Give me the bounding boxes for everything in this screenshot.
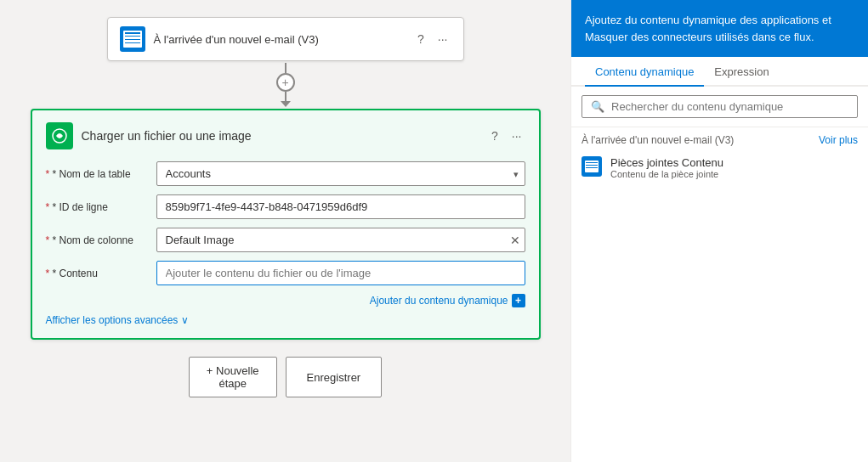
add-dynamic-label: Ajouter du contenu dynamique <box>370 295 508 307</box>
tab-expression-label: Expression <box>714 65 769 78</box>
panel-item-icon-0 <box>582 156 602 177</box>
content-input[interactable] <box>156 261 525 285</box>
column-name-clear-button[interactable]: ✕ <box>510 234 520 246</box>
trigger-actions: ? ··· <box>414 31 451 48</box>
column-name-field-row: * * Nom de colonne ✕ <box>46 228 525 252</box>
plus-icon: + <box>281 76 288 89</box>
trigger-app-icon <box>120 26 145 52</box>
row-id-input-wrapper <box>156 194 525 219</box>
panel-tabs: Contenu dynamique Expression <box>571 57 868 87</box>
tab-dynamic-content[interactable]: Contenu dynamique <box>585 57 704 87</box>
action-app-icon <box>46 122 73 149</box>
action-help-button[interactable]: ? <box>488 127 502 144</box>
row-id-field-row: * * ID de ligne <box>46 194 525 219</box>
action-card: Charger un fichier ou une image ? ··· * … <box>31 109 541 340</box>
show-advanced-button[interactable]: Afficher les options avancées ∨ <box>46 314 525 326</box>
column-name-input[interactable] <box>156 228 525 252</box>
table-name-field-row: * * Nom de la table Accounts ▾ <box>46 161 525 186</box>
panel-item-title-0: Pièces jointes Contenu <box>610 156 723 169</box>
new-step-label: + Nouvelleétape <box>207 364 259 390</box>
bottom-actions: + Nouvelleétape Enregistrer <box>189 357 382 397</box>
table-name-select[interactable]: Accounts <box>156 161 525 186</box>
panel-header: Ajoutez du contenu dynamique des applica… <box>571 0 868 57</box>
content-input-wrapper <box>156 261 525 285</box>
main-workflow-area: À l'arrivée d'un nouvel e-mail (V3) ? ··… <box>0 0 570 462</box>
connector-line-top <box>285 63 286 73</box>
panel-section-label: À l'arrivée d'un nouvel e-mail (V3) Voir… <box>571 127 868 149</box>
chevron-down-icon-advanced: ∨ <box>181 314 189 326</box>
panel-item-subtitle-0: Contenu de la pièce jointe <box>610 169 723 179</box>
save-label: Enregistrer <box>307 371 361 384</box>
add-dynamic-row: Ajouter du contenu dynamique + <box>156 294 525 307</box>
required-star-3: * <box>46 234 53 246</box>
search-box[interactable]: 🔍 <box>582 95 858 118</box>
column-name-input-wrapper: ✕ <box>156 228 525 252</box>
new-step-button[interactable]: + Nouvelleétape <box>189 357 277 397</box>
add-step-button[interactable]: + <box>276 73 295 92</box>
action-more-button[interactable]: ··· <box>508 127 525 144</box>
row-id-label: * * ID de ligne <box>46 201 156 213</box>
column-name-label: * * Nom de colonne <box>46 234 156 246</box>
section-label-text: À l'arrivée d'un nouvel e-mail (V3) <box>582 134 734 146</box>
connector: + <box>276 63 295 107</box>
panel-search-area: 🔍 <box>571 87 868 127</box>
required-star: * <box>46 168 53 180</box>
tab-dynamic-content-label: Contenu dynamique <box>595 65 694 78</box>
search-input[interactable] <box>611 100 848 113</box>
trigger-card: À l'arrivée d'un nouvel e-mail (V3) ? ··… <box>107 17 464 61</box>
add-dynamic-link[interactable]: Ajouter du contenu dynamique + <box>156 294 525 307</box>
action-title: Charger un fichier ou une image <box>82 129 489 143</box>
panel-header-text: Ajoutez du contenu dynamique des applica… <box>585 14 831 43</box>
voir-plus-link[interactable]: Voir plus <box>819 134 858 146</box>
trigger-title: À l'arrivée d'un nouvel e-mail (V3) <box>154 33 415 46</box>
panel-item-0[interactable]: Pièces jointes Contenu Contenu de la piè… <box>571 149 868 186</box>
required-star-2: * <box>46 201 53 213</box>
trigger-more-button[interactable]: ··· <box>434 31 451 48</box>
dynamics-icon <box>51 127 68 144</box>
show-advanced-label: Afficher les options avancées <box>46 314 179 326</box>
action-toolbar: ? ··· <box>488 127 525 144</box>
search-icon: 🔍 <box>591 100 604 113</box>
dynamic-plus-icon: + <box>512 294 525 307</box>
panel-item-text-0: Pièces jointes Contenu Contenu de la piè… <box>610 156 723 179</box>
tab-expression[interactable]: Expression <box>704 57 779 87</box>
table-name-label: * * Nom de la table <box>46 168 156 180</box>
right-panel: Ajoutez du contenu dynamique des applica… <box>570 0 868 462</box>
table-name-input[interactable]: Accounts ▾ <box>156 161 525 186</box>
trigger-help-button[interactable]: ? <box>414 31 428 48</box>
content-label: * * Contenu <box>46 268 156 279</box>
row-id-input[interactable] <box>156 194 525 219</box>
content-field-row: * * Contenu <box>46 261 525 285</box>
required-star-4: * <box>46 268 53 279</box>
action-card-header: Charger un fichier ou une image ? ··· <box>46 122 525 149</box>
arrow-down-icon <box>281 101 291 107</box>
save-button[interactable]: Enregistrer <box>286 357 383 397</box>
